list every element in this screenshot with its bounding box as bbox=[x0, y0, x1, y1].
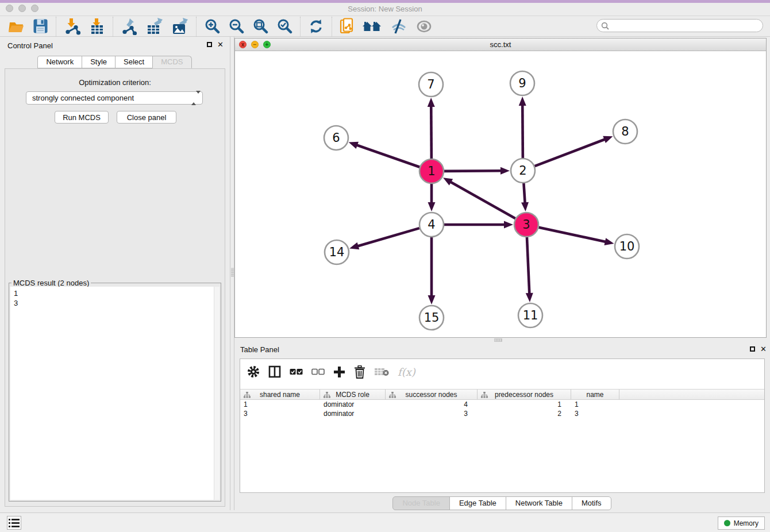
table-header-row: shared nameMCDS rolesuccessor nodesprede… bbox=[240, 389, 764, 400]
refresh-icon[interactable] bbox=[304, 17, 328, 36]
network-window-titlebar[interactable]: x − + scc.txt bbox=[235, 38, 766, 51]
network-graph[interactable]: 1234678910111415 bbox=[235, 51, 766, 337]
divider-grip[interactable] bbox=[494, 338, 502, 342]
hide-eye-icon[interactable] bbox=[386, 17, 411, 36]
import-network-icon[interactable] bbox=[60, 17, 85, 36]
node-label-1: 1 bbox=[428, 164, 435, 178]
edge-2-9[interactable] bbox=[522, 103, 523, 158]
table-row-0[interactable]: 1dominator411 bbox=[240, 400, 764, 409]
edge-3-10[interactable] bbox=[538, 228, 607, 242]
zoom-out-icon[interactable] bbox=[224, 17, 248, 36]
columns-icon[interactable] bbox=[268, 365, 281, 378]
network-document-icon[interactable] bbox=[336, 17, 359, 36]
import-table-icon[interactable] bbox=[85, 17, 109, 36]
cell-1-2[interactable]: 3 bbox=[386, 409, 478, 418]
tab-node-table[interactable]: Node Table bbox=[392, 496, 450, 510]
node-label-15: 15 bbox=[424, 311, 440, 325]
edge-3-11[interactable] bbox=[527, 237, 529, 295]
tab-motifs[interactable]: Motifs bbox=[572, 496, 611, 510]
zoom-fit-icon[interactable] bbox=[248, 17, 272, 36]
zoom-in-icon[interactable] bbox=[200, 17, 224, 36]
edge-1-6[interactable] bbox=[355, 145, 419, 167]
trash-icon[interactable] bbox=[354, 365, 365, 379]
criterion-select[interactable]: strongly connected component bbox=[26, 91, 203, 105]
select-all-icon[interactable] bbox=[290, 368, 303, 376]
memory-status-icon bbox=[724, 520, 730, 526]
cell-0-1[interactable]: dominator bbox=[320, 400, 386, 409]
accent-strip bbox=[0, 0, 770, 3]
app-title: Session: New Session bbox=[0, 5, 770, 13]
export-image-icon[interactable] bbox=[167, 17, 192, 36]
cell-1-3[interactable]: 2 bbox=[478, 409, 571, 418]
table-toolbar: f(x) bbox=[240, 359, 764, 384]
cell-0-0[interactable]: 1 bbox=[240, 400, 320, 409]
deselect-all-icon[interactable] bbox=[311, 368, 325, 376]
table-panel-title: Table Panel bbox=[240, 345, 279, 354]
vertical-split-divider[interactable] bbox=[230, 37, 234, 510]
eye-icon[interactable] bbox=[411, 17, 437, 36]
column-header-4[interactable]: name bbox=[571, 390, 619, 399]
tab-select[interactable]: Select bbox=[115, 56, 153, 68]
tab-edge-table[interactable]: Edge Table bbox=[449, 496, 506, 510]
cell-0-2[interactable]: 4 bbox=[386, 400, 478, 409]
column-header-label: MCDS role bbox=[336, 391, 369, 399]
edge-1-2[interactable] bbox=[444, 171, 503, 171]
cell-1-0[interactable]: 3 bbox=[240, 409, 320, 418]
close-panel-icon[interactable]: ✕ bbox=[760, 345, 767, 353]
memory-button[interactable]: Memory bbox=[718, 516, 765, 530]
arrowhead-icon bbox=[526, 293, 533, 302]
table-row-1[interactable]: 3dominator323 bbox=[240, 409, 764, 418]
column-header-2[interactable]: successor nodes bbox=[386, 390, 478, 399]
run-mcds-button[interactable]: Run MCDS bbox=[55, 111, 109, 124]
table-rows: 1dominator4113dominator323 bbox=[240, 400, 764, 418]
edge-3-1[interactable] bbox=[449, 181, 515, 218]
edge-2-8[interactable] bbox=[535, 138, 607, 166]
network-view-window: x − + scc.txt 1234678910111415 bbox=[234, 38, 767, 338]
cell-0-3[interactable]: 1 bbox=[478, 400, 571, 409]
column-header-1[interactable]: MCDS role bbox=[320, 390, 386, 399]
tab-network-table[interactable]: Network Table bbox=[506, 496, 572, 510]
save-icon[interactable] bbox=[29, 17, 52, 36]
column-header-3[interactable]: predecessor nodes bbox=[478, 390, 571, 399]
edge-2-3[interactable] bbox=[523, 183, 525, 205]
close-panel-button[interactable]: Close panel bbox=[117, 111, 176, 124]
horizontal-split-divider[interactable] bbox=[234, 338, 770, 342]
mcds-result-text[interactable]: 1 3 bbox=[10, 287, 214, 500]
cell-0-4[interactable]: 1 bbox=[571, 400, 619, 409]
gear-icon[interactable] bbox=[247, 365, 260, 378]
add-icon[interactable] bbox=[333, 366, 345, 378]
table-panel-tabs: Node TableEdge TableNetwork TableMotifs bbox=[234, 496, 770, 510]
column-header-0[interactable]: shared name bbox=[240, 390, 320, 399]
float-panel-icon[interactable] bbox=[750, 346, 755, 352]
node-table: shared nameMCDS rolesuccessor nodesprede… bbox=[240, 389, 764, 418]
network-canvas[interactable]: 1234678910111415 bbox=[235, 51, 766, 337]
edge-1-7[interactable] bbox=[431, 105, 432, 159]
tab-mcds[interactable]: MCDS bbox=[152, 56, 191, 68]
close-panel-icon[interactable]: ✕ bbox=[217, 41, 224, 48]
arrowhead-icon bbox=[519, 97, 526, 106]
home-icon[interactable] bbox=[359, 17, 386, 36]
task-history-button[interactable] bbox=[7, 516, 21, 530]
export-table-icon[interactable] bbox=[142, 17, 167, 36]
toolbar-separator bbox=[300, 17, 301, 36]
node-label-3: 3 bbox=[522, 218, 530, 232]
edge-4-14[interactable] bbox=[356, 228, 419, 246]
column-header-label: predecessor nodes bbox=[495, 391, 553, 399]
search-input[interactable] bbox=[596, 19, 763, 32]
cell-1-4[interactable]: 3 bbox=[571, 409, 619, 418]
arrowhead-icon bbox=[428, 98, 435, 107]
node-label-2: 2 bbox=[519, 164, 526, 178]
tab-network[interactable]: Network bbox=[37, 56, 82, 68]
export-network-icon[interactable] bbox=[117, 17, 142, 36]
cell-1-1[interactable]: dominator bbox=[320, 409, 386, 418]
node-label-6: 6 bbox=[332, 131, 340, 145]
zoom-selected-icon[interactable] bbox=[272, 17, 297, 36]
node-label-8: 8 bbox=[621, 125, 629, 138]
mcds-result-title: MCDS result (2 nodes) bbox=[11, 279, 91, 287]
divider-grip[interactable] bbox=[231, 268, 234, 277]
result-scrollbar[interactable] bbox=[214, 287, 220, 500]
tab-style[interactable]: Style bbox=[82, 56, 116, 68]
open-folder-icon[interactable] bbox=[3, 17, 29, 36]
float-panel-icon[interactable] bbox=[207, 42, 212, 47]
control-panel-title: Control Panel bbox=[7, 41, 53, 50]
